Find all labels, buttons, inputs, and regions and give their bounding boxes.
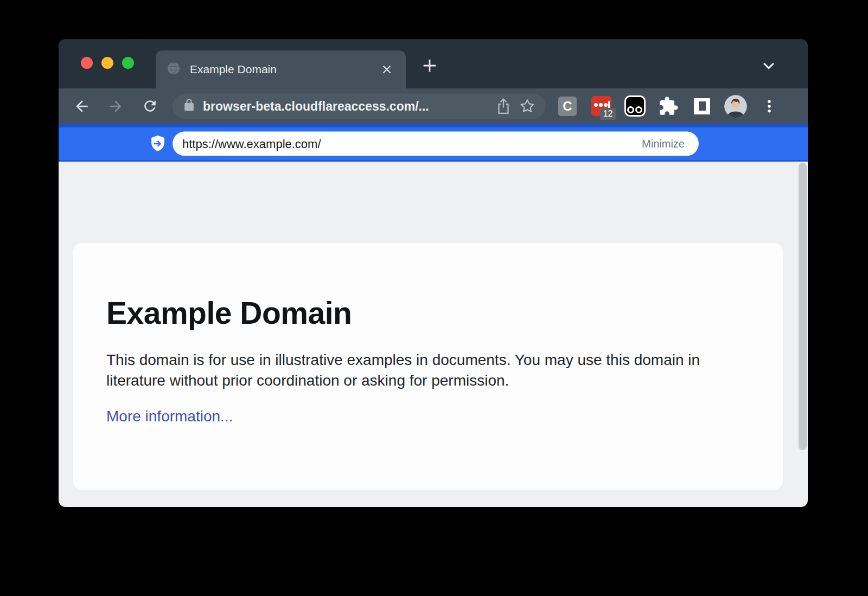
close-window-button[interactable]	[81, 57, 93, 69]
tab-close-icon[interactable]	[379, 61, 395, 78]
extension-password-dots-icon: 12	[591, 96, 611, 116]
isolation-bar: https://www.example.com/ Minimize	[59, 124, 808, 162]
side-panel-icon	[694, 98, 710, 114]
extensions-menu-button[interactable]	[655, 93, 681, 119]
browser-window: Example Domain	[59, 39, 808, 507]
puzzle-extensions-icon	[658, 96, 679, 117]
profile-button[interactable]	[723, 93, 749, 119]
scrollbar-thumb[interactable]	[799, 163, 807, 450]
share-button[interactable]	[494, 97, 513, 116]
minimize-window-button[interactable]	[101, 57, 113, 69]
window-controls	[81, 57, 134, 69]
chevron-down-icon	[760, 57, 777, 74]
shield-arrow-icon	[150, 134, 166, 153]
tab-example-domain[interactable]: Example Domain	[156, 50, 406, 88]
globe-favicon-icon	[167, 61, 181, 78]
tab-title: Example Domain	[190, 63, 277, 76]
more-information-link[interactable]: More information...	[106, 408, 233, 425]
refresh-icon	[142, 98, 158, 114]
minimize-button[interactable]: Minimize	[642, 138, 685, 150]
tab-strip: Example Domain	[59, 39, 808, 88]
star-icon	[519, 98, 536, 115]
extension-c-icon: C	[558, 97, 577, 116]
extension-badge: 12	[600, 108, 616, 120]
kebab-menu-icon	[761, 98, 777, 114]
side-panel-button[interactable]	[689, 93, 715, 119]
back-arrow-icon	[73, 98, 91, 115]
plus-icon	[420, 56, 439, 75]
content-card: Example Domain This domain is for use in…	[73, 243, 783, 490]
address-bar[interactable]: browser-beta.cloudflareaccess.com/...	[173, 93, 546, 119]
isolation-url: https://www.example.com/	[182, 137, 321, 151]
extension-two-circles-icon	[624, 95, 646, 117]
forward-button[interactable]	[104, 95, 127, 118]
zoom-window-button[interactable]	[122, 57, 134, 69]
page-paragraph: This domain is for use in illustrative e…	[106, 350, 736, 391]
back-button[interactable]	[71, 95, 93, 118]
profile-avatar	[724, 95, 747, 118]
address-url: browser-beta.cloudflareaccess.com/...	[203, 99, 429, 113]
browser-menu-button[interactable]	[756, 93, 782, 119]
refresh-button[interactable]	[138, 95, 161, 118]
page-heading: Example Domain	[106, 295, 750, 331]
extension-password-button[interactable]: 12	[588, 93, 614, 119]
new-tab-button[interactable]	[418, 54, 442, 78]
toolbar-extensions: C 12	[554, 88, 782, 124]
tab-search-button[interactable]	[757, 54, 781, 78]
isolation-url-input[interactable]: https://www.example.com/ Minimize	[173, 132, 699, 156]
page-viewport: Example Domain This domain is for use in…	[59, 162, 808, 507]
browser-toolbar: browser-beta.cloudflareaccess.com/... C …	[59, 88, 808, 124]
desktop-background: Example Domain	[0, 0, 868, 596]
lock-icon	[182, 98, 196, 114]
share-icon	[495, 97, 512, 116]
forward-arrow-icon	[107, 98, 124, 115]
extension-c-button[interactable]: C	[554, 93, 580, 119]
extension-two-circles-button[interactable]	[622, 93, 648, 119]
bookmark-button[interactable]	[518, 97, 537, 116]
